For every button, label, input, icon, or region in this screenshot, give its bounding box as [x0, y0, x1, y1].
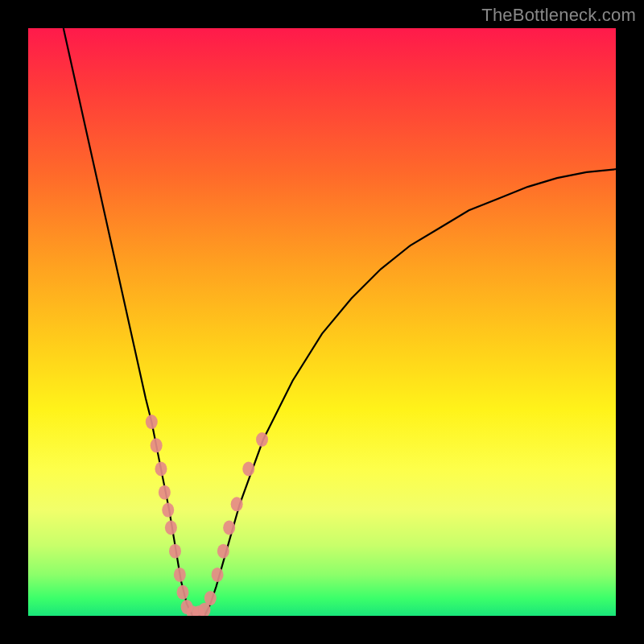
highlight-dot: [155, 462, 167, 477]
highlight-dot: [162, 503, 174, 518]
highlight-dot: [151, 438, 163, 452]
highlight-dot: [159, 485, 171, 500]
curve-svg: [28, 28, 616, 616]
highlight-dot: [176, 585, 188, 600]
highlight-dot: [204, 591, 217, 605]
highlight-dots: [146, 415, 268, 616]
bottleneck-curve: [64, 28, 616, 616]
highlight-dot: [169, 544, 181, 559]
watermark-text: TheBottleneck.com: [481, 5, 636, 26]
highlight-dot: [223, 521, 235, 535]
highlight-dot: [212, 568, 224, 582]
highlight-dot: [242, 462, 254, 477]
highlight-dot: [165, 521, 177, 535]
highlight-dot: [256, 432, 268, 447]
chart-frame: TheBottleneck.com: [0, 0, 644, 644]
highlight-dot: [174, 568, 186, 582]
highlight-dot: [217, 544, 229, 559]
highlight-dot: [231, 497, 243, 511]
plot-area: [28, 28, 616, 616]
highlight-dot: [146, 415, 158, 429]
